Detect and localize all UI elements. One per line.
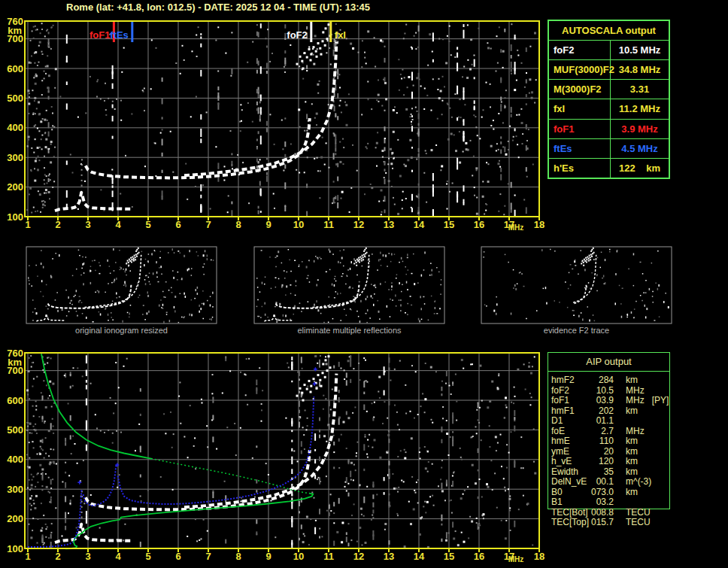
aip-row: foE2.7MHz <box>548 427 670 437</box>
aip-row-value: 008.8 <box>575 508 614 518</box>
aip-row-label: ymE <box>551 447 569 457</box>
aip-row-value: 01.1 <box>575 416 614 427</box>
aip-row: B0073.0km <box>548 488 670 498</box>
aip-row-value: 015.7 <box>575 518 614 528</box>
x-tick-label: 16 <box>474 219 484 230</box>
y-tick-label: 400 <box>7 454 23 465</box>
x-tick-label: 12 <box>353 219 364 230</box>
x-tick-label: 3 <box>85 219 90 230</box>
aip-row-value: 20 <box>575 447 614 457</box>
marker-label-fxI: fxI <box>335 29 346 41</box>
aip-row-value: 202 <box>575 406 614 417</box>
top-ionogram-plot: 123456789101112131415161718MHz7607006005… <box>7 16 544 232</box>
autoscala-row-label: foF1 <box>549 120 611 138</box>
aip-row-unit: km <box>626 406 638 417</box>
aip-row-value: 110 <box>575 436 614 447</box>
aip-row-unit: km <box>626 447 638 457</box>
y-tick-label: 400 <box>7 122 23 133</box>
aip-row-label: D1 <box>551 416 563 427</box>
thumbnail-caption-eliminate: eliminate multiple reflections <box>254 326 444 335</box>
aip-row-value: 284 <box>575 375 614 386</box>
aip-row-value: 03.9 <box>575 396 614 406</box>
x-tick-label: 9 <box>265 219 271 230</box>
x-tick-label: 10 <box>293 219 304 230</box>
x-tick-label: 9 <box>265 551 271 562</box>
x-tick-label: 18 <box>534 219 544 230</box>
grid-lines <box>25 21 539 217</box>
aip-row: foF210.5MHz <box>548 386 670 396</box>
autoscala-row: foF13.9 MHz <box>549 119 669 138</box>
marker-label-foF2: foF2 <box>287 29 307 41</box>
autoscala-row-label: M(3000)F2 <box>549 80 611 99</box>
x-tick-label: 14 <box>414 219 425 230</box>
aip-row-value: 03.2 <box>575 497 614 508</box>
x-tick-label: 15 <box>444 219 454 230</box>
aip-row-unit: MHz <box>626 427 645 437</box>
x-tick-label: 7 <box>205 551 211 562</box>
aip-row: DelN_vE00.1m^(-3) <box>548 477 670 488</box>
aip-row: hmF2284km <box>548 375 670 386</box>
autoscala-row-value: 34.8 MHz <box>611 60 669 79</box>
aip-row-label: B1 <box>551 497 563 508</box>
thumbnail-original-ionogram <box>26 247 217 323</box>
x-tick-label: 5 <box>145 551 150 562</box>
x-tick-label: 13 <box>384 219 394 230</box>
autoscala-row: ftEs4.5 MHz <box>549 138 669 158</box>
x-tick-label: 7 <box>205 219 211 230</box>
aip-row-label: foE <box>551 427 565 437</box>
y-tick-label: 300 <box>7 152 23 163</box>
series-E-layer-echo-trace <box>55 524 133 542</box>
aip-row-value: 10.5 <box>575 386 614 396</box>
x-tick-label: 6 <box>175 551 180 562</box>
autoscala-table-title: AUTOSCALA output <box>549 21 669 40</box>
series-F-extraordinary-echo-trace <box>184 374 336 508</box>
autoscala-row: foF210.5 MHz <box>549 40 669 59</box>
aip-row: Ewidth35km <box>548 467 670 478</box>
y-tick-label: 500 <box>7 93 23 104</box>
aip-row: D101.1 <box>548 416 670 427</box>
y-tick-label: 300 <box>7 484 23 495</box>
aip-row-unit: MHz <box>626 386 645 396</box>
x-tick-label: 15 <box>444 551 454 562</box>
noise-layer <box>26 355 536 548</box>
autoscala-row-value: 4.5 MHz <box>611 139 669 158</box>
aip-row-unit: m^(-3) <box>626 477 651 488</box>
y-tick-label: 100 <box>7 543 23 554</box>
page-title: Rome (lat: +41.8, lon: 012.5) - DATE: 20… <box>66 2 370 13</box>
aip-row-value: 073.0 <box>575 488 614 498</box>
x-tick-label: 14 <box>414 551 425 562</box>
aip-row-unit: TECU <box>626 508 651 518</box>
aip-row-unit: MHz [PY] <box>626 396 669 406</box>
autoscala-row-value: 3.9 MHz <box>611 120 669 138</box>
autoscala-row: fxI11.2 MHz <box>549 99 669 118</box>
aip-row-unit: TECU <box>626 518 651 528</box>
aip-row: h_vE120km <box>548 457 670 467</box>
aip-row-label: hmF2 <box>551 375 575 386</box>
x-tick-label: 4 <box>115 551 121 562</box>
x-tick-label: 11 <box>323 219 334 230</box>
thumbnail-caption-original: original ionogram resized <box>26 326 217 335</box>
aip-row-label: hmE <box>551 436 570 447</box>
y-tick-label: 600 <box>7 395 23 406</box>
aip-row-label: B0 <box>551 488 563 498</box>
aip-row-label: foF1 <box>551 396 569 406</box>
x-tick-label: 2 <box>55 551 60 562</box>
x-tick-label: 6 <box>175 219 180 230</box>
x-tick-label: 16 <box>474 551 484 562</box>
aip-row-value: 00.1 <box>575 477 614 488</box>
y-axis-unit-label: km <box>8 357 22 368</box>
thumbnail-eliminate-reflections <box>254 247 444 323</box>
x-tick-label: 4 <box>115 219 121 230</box>
y-tick-label: 600 <box>7 63 23 74</box>
series-F-ordinary-echo-trace <box>86 118 310 178</box>
aip-row-unit: km <box>626 375 638 386</box>
x-tick-label: 5 <box>145 219 150 230</box>
autoscala-row-label: h'Es <box>549 159 611 178</box>
y-tick-label: 200 <box>7 181 23 193</box>
x-tick-label: 8 <box>235 551 241 562</box>
autoscala-row-value: 122 km <box>611 159 669 178</box>
x-axis-unit-label: MHz <box>508 223 524 232</box>
autoscala-row-value: 11.2 MHz <box>611 99 669 118</box>
aip-row: foF103.9MHz [PY] <box>548 396 670 406</box>
aip-row-unit: km <box>626 488 638 498</box>
